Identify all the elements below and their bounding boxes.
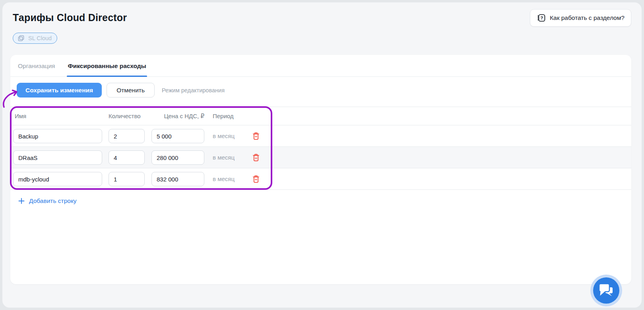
table-row: в месяц [10,146,631,168]
price-input[interactable] [151,172,204,186]
chat-fab-button[interactable] [590,275,622,306]
column-header-period: Период [213,113,234,119]
edit-mode-label: Режим редактирования [162,87,225,94]
edit-toolbar: Сохранить изменения Отменить Режим редак… [17,83,225,97]
chat-bubbles-icon [593,277,619,304]
manual-question-icon: ? [537,13,546,23]
sl-cloud-badge[interactable]: SL Cloud [13,33,57,44]
tab-bar: Организация Фиксированные расходы [10,55,631,77]
price-input[interactable] [151,129,204,143]
plus-icon [18,197,25,205]
delete-row-button[interactable] [251,152,262,163]
expenses-table: Имя Количество Цена с НДС, ₽ Период в ме… [10,107,631,190]
quantity-input[interactable] [109,172,145,186]
trash-icon [251,152,262,163]
period-label: в месяц [213,154,235,161]
delete-row-button[interactable] [251,174,262,185]
name-input[interactable] [13,150,102,165]
add-row-label: Добавить строку [29,197,77,205]
save-changes-button[interactable]: Сохранить изменения [17,83,102,97]
trash-icon [251,174,262,184]
name-input[interactable] [13,172,102,186]
period-label: в месяц [213,175,235,182]
trash-icon [251,131,262,141]
quantity-input[interactable] [109,129,145,143]
price-input[interactable] [151,150,204,165]
column-header-price: Цена с НДС, ₽ [151,113,204,120]
delete-row-button[interactable] [251,131,262,142]
column-header-name: Имя [15,113,26,119]
help-button-label: Как работать с разделом? [550,14,625,21]
add-row-button[interactable]: Добавить строку [18,195,77,207]
badge-label: SL Cloud [28,35,52,41]
column-header-quantity: Количество [109,113,141,119]
name-input[interactable] [13,129,102,143]
content-card: Организация Фиксированные расходы Сохран… [10,55,631,284]
page-title: Тарифы Cloud Director [13,12,127,23]
cancel-button[interactable]: Отменить [107,83,155,97]
table-row: в месяц [10,125,631,146]
app-panel: Тарифы Cloud Director ? Как работать с р… [2,2,642,308]
svg-text:?: ? [540,16,543,20]
quantity-input[interactable] [109,150,145,165]
table-header-row: Имя Количество Цена с НДС, ₽ Период [10,107,631,125]
layered-squares-icon [17,34,25,43]
period-label: в месяц [213,133,235,139]
help-button[interactable]: ? Как работать с разделом? [530,9,631,27]
table-row: в месяц [10,168,631,189]
tab-fixed-expenses[interactable]: Фиксированные расходы [67,62,147,76]
tab-organization[interactable]: Организация [17,62,56,76]
